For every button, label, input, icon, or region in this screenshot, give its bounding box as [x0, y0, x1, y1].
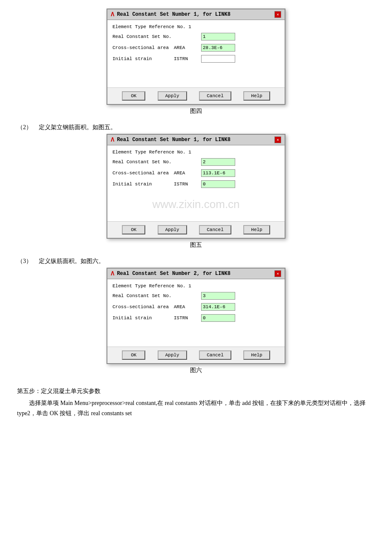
dialog3-fig-caption: 图六 [17, 367, 375, 374]
dialog1-ok-button[interactable]: OK [122, 91, 145, 101]
dialog2-area-code: AREA [174, 171, 199, 176]
section2-num: （2） [17, 124, 32, 131]
dialog2-apply-button[interactable]: Apply [158, 225, 187, 234]
dialog1-container: Λ Real Constant Set Number 1, for LINK8 … [17, 9, 375, 120]
section3-num: （3） [17, 257, 32, 265]
dialog1-help-button[interactable]: Help [243, 91, 270, 101]
section2-header: （2） 定义架立钢筋面积。如图五。 [17, 124, 116, 131]
dialog3-titlebar: Λ Real Constant Set Number 2, for LINK8 … [107, 269, 285, 279]
dialog2-area-row: Cross-sectional area AREA [112, 169, 280, 177]
dialog3-window: Λ Real Constant Set Number 2, for LINK8 … [107, 268, 285, 364]
ansys-icon: Λ [111, 11, 114, 18]
ansys-icon2: Λ [111, 136, 114, 143]
dialog3-title: Real Constant Set Number 2, for LINK8 [117, 271, 230, 277]
dialog2-area-label: Cross-sectional area [112, 171, 172, 176]
dialog1-close-button[interactable]: ✕ [274, 11, 281, 18]
dialog1-istrn-input[interactable] [201, 55, 235, 63]
dialog2-window: Λ Real Constant Set Number 1, for LINK8 … [107, 134, 285, 239]
dialog2-element-type-ref: Element Type Reference No. 1 [112, 150, 280, 155]
dialog3-istrn-label: Initial strain [112, 315, 172, 321]
dialog3-element-type-ref: Element Type Reference No. 1 [112, 283, 280, 289]
dialog2-container: Λ Real Constant Set Number 1, for LINK8 … [17, 134, 375, 254]
dialog3-footer: OK Apply Cancel Help [107, 347, 285, 363]
section3-header: （3） 定义纵筋面积。如图六。 [17, 257, 104, 265]
dialog3-real-constant-row: Real Constant Set No. [112, 292, 280, 300]
dialog2-real-constant-input[interactable] [201, 158, 235, 166]
dialog3-real-constant-label: Real Constant Set No. [112, 293, 172, 298]
dialog2-area-input[interactable] [201, 169, 235, 177]
dialog1-area-label: Cross-sectional area [112, 45, 172, 50]
dialog1-istrn-label: Initial strain [112, 56, 172, 61]
dialog1-titlebar: Λ Real Constant Set Number 1, for LINK8 … [107, 9, 285, 20]
dialog2-real-constant-label: Real Constant Set No. [112, 159, 172, 165]
dialog2-fig-caption: 图五 [17, 241, 375, 249]
dialog3-titlebar-left: Λ Real Constant Set Number 2, for LINK8 [111, 270, 231, 277]
dialog2-real-constant-row: Real Constant Set No. [112, 158, 280, 166]
dialog3-area-label: Cross-sectional area [112, 304, 172, 309]
dialog2-cancel-button[interactable]: Cancel [199, 225, 231, 234]
dialog3-istrn-code: ISTRN [174, 315, 199, 321]
dialog1-footer: OK Apply Cancel Help [107, 87, 285, 104]
ansys-icon3: Λ [111, 270, 114, 277]
dialog1-apply-button[interactable]: Apply [158, 91, 187, 101]
dialog2-watermark-area: www.zixin.com.cn [112, 191, 280, 217]
dialog3-area-row: Cross-sectional area AREA [112, 303, 280, 311]
page-content: Λ Real Constant Set Number 1, for LINK8 … [17, 9, 375, 420]
dialog2-titlebar: Λ Real Constant Set Number 1, for LINK8 … [107, 135, 285, 145]
dialog3-apply-button[interactable]: Apply [158, 350, 187, 360]
dialog2-istrn-row: Initial strain ISTRN [112, 180, 280, 188]
footer-header: 第五步：定义混凝土单元实参数 [17, 386, 101, 396]
dialog3-ok-button[interactable]: OK [122, 350, 145, 360]
dialog3-body: Element Type Reference No. 1 Real Consta… [107, 279, 285, 347]
dialog1-body: Element Type Reference No. 1 Real Consta… [107, 20, 285, 87]
dialog2-istrn-code: ISTRN [174, 182, 199, 187]
dialog3-istrn-input[interactable] [201, 314, 235, 322]
dialog3-container: Λ Real Constant Set Number 2, for LINK8 … [17, 268, 375, 379]
dialog3-area-input[interactable] [201, 303, 235, 311]
dialog3-help-button[interactable]: Help [243, 350, 270, 360]
dialog3-istrn-row: Initial strain ISTRN [112, 314, 280, 322]
dialog1-area-row: Cross-sectional area AREA [112, 44, 280, 52]
dialog1-real-constant-label: Real Constant Set No. [112, 34, 172, 39]
dialog3-cancel-button[interactable]: Cancel [199, 350, 231, 360]
dialog2-body: Element Type Reference No. 1 Real Consta… [107, 145, 285, 221]
dialog1-fig-caption: 图四 [17, 107, 375, 115]
dialog1-real-constant-row: Real Constant Set No. [112, 33, 280, 40]
dialog1-title: Real Constant Set Number 1, for LINK8 [117, 12, 230, 17]
dialog1-area-input[interactable] [201, 44, 235, 52]
dialog2-close-button[interactable]: ✕ [274, 136, 281, 143]
dialog2-help-button[interactable]: Help [243, 225, 270, 234]
dialog1-titlebar-left: Λ Real Constant Set Number 1, for LINK8 [111, 11, 231, 18]
dialog1-window: Λ Real Constant Set Number 1, for LINK8 … [107, 9, 285, 105]
dialog2-titlebar-left: Λ Real Constant Set Number 1, for LINK8 [111, 136, 231, 143]
dialog1-spacer [112, 66, 280, 83]
footer-paragraph: 选择菜单项 Main Menu>preprocessor>real consta… [17, 398, 375, 419]
dialog2-footer: OK Apply Cancel Help [107, 221, 285, 238]
dialog1-istrn-code: ISTRN [174, 56, 199, 61]
dialog3-area-code: AREA [174, 304, 199, 309]
dialog1-istrn-row: Initial strain ISTRN [112, 55, 280, 63]
dialog3-close-button[interactable]: ✕ [274, 270, 281, 277]
dialog2-istrn-input[interactable] [201, 180, 235, 188]
dialog3-real-constant-input[interactable] [201, 292, 235, 300]
dialog2-ok-button[interactable]: OK [122, 225, 145, 234]
dialog2-title: Real Constant Set Number 1, for LINK8 [117, 137, 230, 143]
dialog1-cancel-button[interactable]: Cancel [199, 91, 231, 101]
dialog1-element-type-ref: Element Type Reference No. 1 [112, 24, 280, 29]
dialog1-area-code: AREA [174, 45, 199, 50]
section3-text: 定义纵筋面积。如图六。 [39, 257, 104, 265]
section2-text: 定义架立钢筋面积。如图五。 [39, 124, 116, 131]
dialog2-istrn-label: Initial strain [112, 182, 172, 187]
dialog3-spacer [112, 325, 280, 342]
dialog1-real-constant-input[interactable] [201, 33, 235, 40]
watermark-text: www.zixin.com.cn [152, 198, 239, 211]
